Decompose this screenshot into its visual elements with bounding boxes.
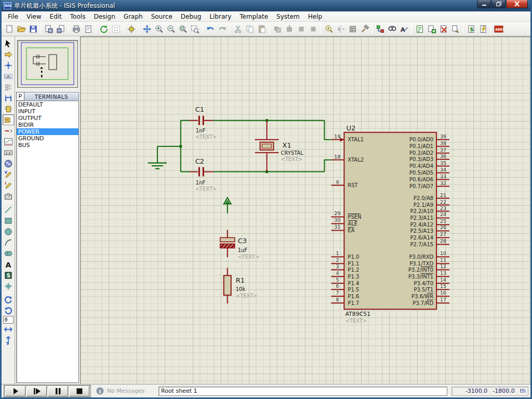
label-mode-button[interactable]: LBL <box>3 71 14 82</box>
menu-edit[interactable]: Edit <box>46 12 66 21</box>
component-mode-button[interactable] <box>3 49 14 60</box>
goto-sheet-button[interactable] <box>449 23 461 35</box>
mcu-u2[interactable]: U2 AT89C51 <TEXT> 19XTAL118XTAL29RST29PS… <box>331 124 449 324</box>
new-file-button[interactable] <box>3 23 15 35</box>
new-sheet-button[interactable] <box>425 23 437 35</box>
search-button[interactable] <box>386 23 398 35</box>
pan-button[interactable] <box>141 23 153 35</box>
subcircuit-mode-button[interactable] <box>3 103 14 114</box>
iprobe-mode-button[interactable]: I <box>3 180 14 191</box>
bus-mode-button[interactable] <box>3 92 14 103</box>
power-terminal[interactable] <box>224 198 231 214</box>
terminal-item-output[interactable]: OUTPUT <box>17 115 78 122</box>
menu-debug[interactable]: Debug <box>177 12 205 21</box>
menu-help[interactable]: Help <box>304 12 326 21</box>
zoom-in-button[interactable] <box>153 23 165 35</box>
generator-mode-button[interactable] <box>3 158 14 169</box>
import-sheet-button[interactable] <box>43 23 55 35</box>
script-mode-button[interactable] <box>3 82 14 92</box>
schematic-canvas[interactable]: C1 1nF <TEXT> C2 1nF <TEXT> <box>81 36 530 384</box>
terminal-item-ground[interactable]: GROUND <box>17 135 78 142</box>
2d-symbol-button[interactable]: S <box>3 270 14 281</box>
grid-button[interactable] <box>110 23 122 35</box>
menu-system[interactable]: System <box>272 12 304 21</box>
message-panel[interactable]: i No Messages <box>96 387 152 395</box>
pause-button[interactable] <box>48 386 68 396</box>
terminal-mode-button[interactable] <box>3 114 14 125</box>
pick-device-button[interactable] <box>323 23 335 35</box>
bom-button[interactable]: $ <box>465 23 477 35</box>
tape-mode-button[interactable]: 2.9 <box>3 147 14 158</box>
terminal-item-default[interactable]: DEFAULT <box>17 101 78 108</box>
step-button[interactable] <box>26 386 47 396</box>
schematic-preview[interactable] <box>17 40 78 88</box>
play-button[interactable] <box>5 386 25 396</box>
decompose-button[interactable] <box>358 23 370 35</box>
save-file-button[interactable] <box>27 23 39 35</box>
design-explorer-button[interactable] <box>414 23 425 35</box>
menu-template[interactable]: Template <box>235 12 272 21</box>
refresh-button[interactable] <box>98 23 110 35</box>
vprobe-mode-button[interactable]: V <box>3 169 14 180</box>
print-button[interactable] <box>70 23 82 35</box>
2d-text-button[interactable]: A <box>3 259 14 270</box>
remove-sheet-button[interactable] <box>437 23 449 35</box>
minimize-button[interactable] <box>477 0 491 8</box>
terminal-item-input[interactable]: INPUT <box>17 108 78 115</box>
capacitor-c2[interactable]: C2 1nF <TEXT> <box>190 157 217 192</box>
pin-mode-button[interactable] <box>3 125 14 136</box>
menu-source[interactable]: Source <box>147 12 177 21</box>
ares-button[interactable]: ARES <box>493 23 504 35</box>
autoroute-button[interactable] <box>374 23 386 35</box>
graph-mode-button[interactable] <box>3 136 14 147</box>
2d-box-button[interactable] <box>3 215 14 226</box>
crystal-x1[interactable]: X1 CRYSTAL <TEXT> <box>255 121 304 172</box>
cursor-button[interactable] <box>3 38 14 49</box>
cut-button[interactable] <box>232 23 244 35</box>
close-button[interactable] <box>506 0 528 8</box>
copy-button[interactable] <box>244 23 256 35</box>
capacitor-c1[interactable]: C1 1nF <TEXT> <box>190 105 217 140</box>
2d-path-button[interactable] <box>3 248 14 259</box>
block-delete-button[interactable] <box>307 23 319 35</box>
mirror-v-button[interactable] <box>3 335 14 345</box>
pick-device-button[interactable]: P <box>16 92 24 101</box>
terminal-item-power[interactable]: POWER <box>17 128 78 135</box>
paste-button[interactable] <box>256 23 268 35</box>
terminal-item-bidir[interactable]: BIDIR <box>17 122 78 128</box>
rotate-cw-button[interactable] <box>3 294 14 305</box>
instrument-mode-button[interactable] <box>3 191 14 202</box>
2d-circle-button[interactable] <box>3 226 14 237</box>
resistor-r1[interactable]: R1 10k <TEXT> <box>224 268 258 303</box>
open-file-button[interactable] <box>15 23 27 35</box>
capacitor-c3[interactable]: C3 1uF <TEXT> <box>220 230 260 260</box>
zoom-out-button[interactable] <box>165 23 177 35</box>
2d-marker-button[interactable] <box>3 281 14 291</box>
root-sheet-selector[interactable]: Root sheet 1 <box>158 387 447 396</box>
menu-graph[interactable]: Graph <box>119 12 147 21</box>
mark-output-button[interactable] <box>82 23 94 35</box>
export-sheet-button[interactable] <box>55 23 66 35</box>
terminal-list[interactable]: DEFAULTINPUTOUTPUTBIDIRPOWERGROUNDBUS <box>16 101 79 383</box>
rotate-ccw-button[interactable] <box>3 305 14 316</box>
redo-button[interactable] <box>216 23 228 35</box>
2d-line-button[interactable] <box>3 204 14 215</box>
ground-symbol[interactable] <box>148 163 167 169</box>
packaging-button[interactable] <box>347 23 358 35</box>
stop-button[interactable] <box>69 386 89 396</box>
erc-button[interactable] <box>477 23 489 35</box>
menu-library[interactable]: Library <box>205 12 235 21</box>
mirror-h-button[interactable] <box>3 324 14 335</box>
make-device-button[interactable] <box>335 23 347 35</box>
restore-button[interactable] <box>491 0 506 8</box>
rotation-angle-input[interactable] <box>3 316 14 324</box>
menu-view[interactable]: View <box>22 12 45 21</box>
titlebar[interactable]: isis 单片机最小系统 - ISIS Professional <box>2 0 530 11</box>
zoom-area-button[interactable] <box>189 23 201 35</box>
block-rotate-button[interactable] <box>295 23 307 35</box>
terminal-item-bus[interactable]: BUS <box>17 142 78 149</box>
menu-tools[interactable]: Tools <box>66 12 90 21</box>
block-copy-button[interactable] <box>271 23 283 35</box>
origin-button[interactable] <box>125 23 137 35</box>
zoom-all-button[interactable] <box>177 23 189 35</box>
